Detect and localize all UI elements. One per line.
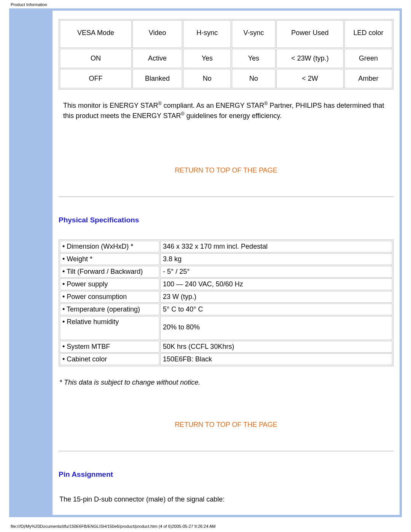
table-cell: • Weight * — [60, 253, 159, 265]
text: guidelines for energy efficiency. — [185, 112, 282, 120]
table-header-cell: Power Used — [276, 20, 344, 48]
table-header-row: VESA Mode Video H-sync V-sync Power Used… — [60, 20, 392, 48]
table-header-cell: VESA Mode — [60, 20, 132, 48]
table-row: ON Active Yes Yes < 23W (typ.) Green — [60, 49, 392, 68]
table-cell: < 2W — [276, 69, 344, 88]
table-cell: - 5° / 25° — [160, 266, 392, 278]
text: ENERGY STAR — [216, 102, 264, 109]
energy-star-mark: ENERGY STAR® — [132, 112, 185, 120]
table-cell: 346 x 332 x 170 mm incl. Pedestal — [160, 241, 392, 252]
physical-specs-heading: Physical Specifications — [59, 216, 393, 224]
table-cell: • Power consumption — [60, 291, 159, 303]
return-to-top-link[interactable]: RETURN TO TOP OF THE PAGE — [59, 421, 393, 429]
table-row: • Power supply 100 — 240 VAC, 50/60 Hz — [60, 278, 392, 290]
pin-assignment-heading: Pin Assignment — [59, 470, 393, 479]
registered-icon: ® — [158, 101, 161, 106]
table-cell: • Temperature (operating) — [60, 304, 159, 315]
table-row: • Relative humidity 20% to 80% — [60, 316, 392, 340]
table-cell: 150E6FB: Black — [160, 353, 392, 365]
footer-file-path: file:///D|/My%20Documents/dfu/150E6FB/EN… — [0, 517, 411, 529]
table-cell: < 23W (typ.) — [276, 49, 344, 68]
table-cell: 20% to 80% — [160, 316, 392, 340]
page-root: Product Information VESA Mode Video H-sy… — [0, 0, 411, 532]
content-card: VESA Mode Video H-sync V-sync Power Used… — [53, 11, 400, 515]
table-cell: OFF — [60, 69, 132, 88]
pin-assignment-text: The 15-pin D-sub connector (male) of the… — [59, 495, 393, 503]
table-cell: 23 W (typ.) — [160, 291, 392, 303]
table-cell: • Cabinet color — [60, 353, 159, 365]
table-cell: 5° C to 40° C — [160, 304, 392, 315]
table-cell: • Relative humidity — [60, 316, 159, 340]
table-cell: 50K hrs (CCFL 30Khrs) — [160, 341, 392, 353]
table-row: • Power consumption 23 W (typ.) — [60, 291, 392, 303]
table-cell: Amber — [344, 69, 392, 88]
table-cell: Yes — [183, 49, 231, 68]
outer-blue-band: VESA Mode Video H-sync V-sync Power Used… — [9, 8, 402, 517]
energy-star-mark: ENERGY STAR® — [110, 102, 162, 109]
table-row: • System MTBF 50K hrs (CCFL 30Khrs) — [60, 341, 392, 353]
table-cell: • Tilt (Forward / Backward) — [60, 266, 159, 278]
table-cell: Yes — [232, 49, 275, 68]
divider — [59, 451, 393, 451]
table-row: OFF Blanked No No < 2W Amber — [60, 69, 392, 88]
registered-icon: ® — [181, 111, 184, 117]
table-cell: 100 — 240 VAC, 50/60 Hz — [160, 278, 392, 290]
table-header-cell: Video — [132, 20, 183, 48]
table-cell: 3.8 kg — [160, 253, 392, 265]
physical-specs-table: • Dimension (WxHxD) * 346 x 332 x 170 mm… — [59, 240, 393, 366]
table-cell: ON — [60, 49, 132, 68]
table-cell: • Power supply — [60, 278, 159, 290]
page-header-title: Product Information — [0, 0, 411, 8]
table-row: • Weight * 3.8 kg — [60, 253, 392, 265]
text: ENERGY STAR — [132, 112, 181, 120]
table-cell: • Dimension (WxHxD) * — [60, 241, 159, 252]
table-header-cell: V-sync — [232, 20, 275, 48]
table-row: • Dimension (WxHxD) * 346 x 332 x 170 mm… — [60, 241, 392, 252]
table-row: • Cabinet color 150E6FB: Black — [60, 353, 392, 365]
text: This monitor is — [63, 102, 110, 109]
table-cell: • System MTBF — [60, 341, 159, 353]
table-header-cell: LED color — [344, 20, 392, 48]
table-cell: Blanked — [132, 69, 183, 88]
table-cell: Green — [344, 49, 392, 68]
table-row: • Temperature (operating) 5° C to 40° C — [60, 304, 392, 315]
text: compliant. As an — [162, 102, 216, 109]
table-row: • Tilt (Forward / Backward) - 5° / 25° — [60, 266, 392, 278]
table-cell: No — [183, 69, 231, 88]
energy-star-paragraph: This monitor is ENERGY STAR® compliant. … — [63, 100, 392, 121]
footnote: * This data is subject to change without… — [59, 379, 393, 387]
table-header-cell: H-sync — [183, 20, 231, 48]
power-table: VESA Mode Video H-sync V-sync Power Used… — [59, 19, 393, 89]
divider — [59, 197, 393, 197]
text: Partner, — [268, 102, 295, 109]
table-cell: Active — [132, 49, 183, 68]
content-inner: VESA Mode Video H-sync V-sync Power Used… — [53, 11, 400, 503]
table-cell: No — [232, 69, 275, 88]
philips-mark: PHILIPS — [295, 102, 322, 109]
energy-star-mark: ENERGY STAR® — [216, 102, 268, 109]
return-to-top-link[interactable]: RETURN TO TOP OF THE PAGE — [59, 166, 393, 174]
text: ENERGY STAR — [110, 102, 158, 109]
